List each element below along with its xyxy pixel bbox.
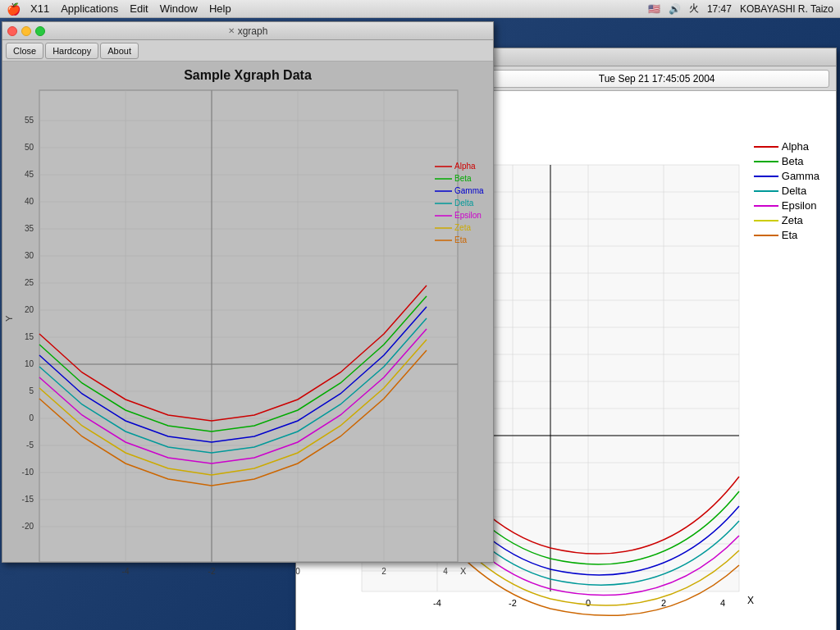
svg-text:40: 40	[25, 197, 34, 206]
menu-right-area: 🇺🇸 🔊 火 17:47 KOBAYASHI R. Taizo	[648, 2, 833, 16]
svg-text:-2: -2	[208, 567, 216, 576]
about-btn[interactable]: About	[100, 43, 139, 59]
svg-text:50: 50	[25, 143, 34, 152]
svg-text:5: 5	[29, 386, 34, 395]
menu-x11[interactable]: X11	[30, 2, 49, 15]
svg-text:-4: -4	[433, 598, 441, 608]
svg-text:0: 0	[586, 598, 591, 608]
svg-text:-4: -4	[122, 567, 130, 576]
svg-text:-20: -20	[22, 522, 34, 531]
zoom-button[interactable]	[35, 26, 45, 36]
svg-text:4: 4	[720, 598, 725, 608]
xgraph-content: Sample Xgraph Data	[2, 62, 493, 562]
svg-text:10: 10	[25, 359, 34, 368]
svg-text:-10: -10	[22, 468, 34, 477]
svg-text:2: 2	[661, 598, 666, 608]
apple-menu[interactable]: 🍎	[7, 2, 21, 16]
svg-text:-5: -5	[26, 441, 34, 450]
svg-text:Eta: Eta	[454, 235, 467, 244]
hardcopy-btn[interactable]: Hardcopy	[45, 43, 98, 59]
ps-timestamp: Tue Sep 21 17:45:05 2004	[484, 70, 829, 88]
svg-text:4: 4	[443, 567, 448, 576]
svg-text:0: 0	[29, 413, 34, 422]
svg-text:15: 15	[25, 332, 34, 341]
minimize-button[interactable]	[21, 26, 31, 36]
svg-text:55: 55	[25, 116, 34, 125]
svg-text:Gamma: Gamma	[454, 186, 484, 195]
svg-text:-2: -2	[509, 598, 517, 608]
menu-applications[interactable]: Applications	[61, 2, 118, 15]
xgraph-window: ✕ xgraph Close Hardcopy About Sample Xgr…	[2, 21, 494, 563]
svg-text:Alpha: Alpha	[454, 162, 476, 171]
username: KOBAYASHI R. Taizo	[740, 3, 833, 15]
svg-text:Zeta: Zeta	[454, 223, 471, 232]
flag-icon: 🇺🇸	[648, 3, 660, 15]
clock: 17:47	[707, 3, 732, 15]
window-icon: ✕	[228, 26, 235, 35]
menu-edit[interactable]: Edit	[130, 2, 148, 15]
window-title: ✕ xgraph	[228, 25, 268, 37]
desktop: gv: xgraph.ps xgraph.ps Tue Sep 21 17:45…	[0, 18, 840, 630]
svg-text:-15: -15	[22, 495, 34, 504]
svg-text:2: 2	[381, 567, 386, 576]
close-btn[interactable]: Close	[6, 43, 43, 59]
kanji-day: 火	[689, 2, 699, 16]
xgraph-titlebar: ✕ xgraph	[2, 22, 493, 40]
menu-help[interactable]: Help	[209, 2, 231, 15]
svg-text:0: 0	[295, 567, 300, 576]
svg-text:Epsilon: Epsilon	[454, 211, 482, 220]
svg-text:25: 25	[25, 278, 34, 287]
svg-text:Y: Y	[4, 315, 14, 322]
svg-text:X: X	[460, 566, 467, 576]
main-chart-svg: 55 50 45 40 35 30 25 20 15 10 5 0 -5 -10…	[2, 86, 486, 570]
menubar: 🍎 X11 Applications Edit Window Help 🇺🇸 🔊…	[0, 0, 840, 18]
svg-text:20: 20	[25, 305, 34, 314]
speaker-icon: 🔊	[669, 3, 681, 15]
svg-text:X: X	[747, 595, 754, 606]
chart-title: Sample Xgraph Data	[2, 62, 493, 86]
close-button[interactable]	[7, 26, 17, 36]
menu-window[interactable]: Window	[160, 2, 198, 15]
svg-text:Delta: Delta	[454, 199, 474, 208]
xgraph-toolbar: Close Hardcopy About	[2, 40, 493, 62]
svg-rect-42	[39, 90, 458, 562]
svg-text:Beta: Beta	[454, 174, 472, 183]
svg-text:45: 45	[25, 170, 34, 179]
svg-text:30: 30	[25, 251, 34, 260]
svg-text:35: 35	[25, 224, 34, 233]
